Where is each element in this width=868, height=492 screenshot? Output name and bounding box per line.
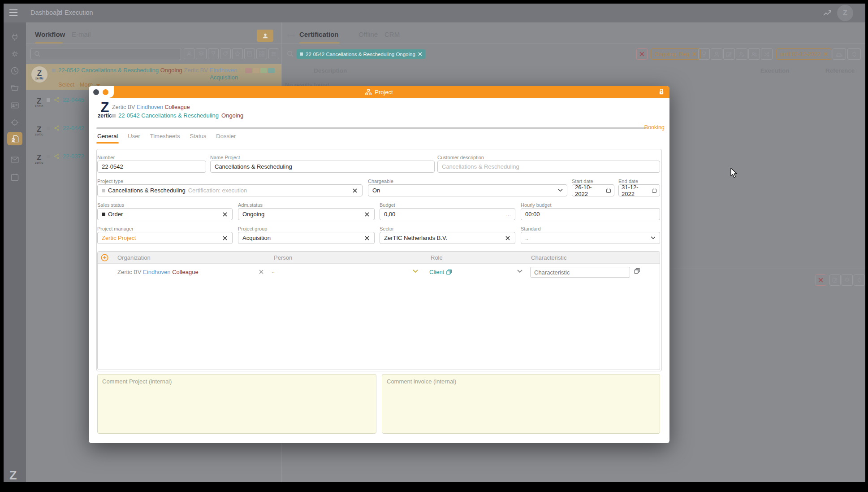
filter-star-button[interactable] <box>232 48 243 59</box>
customer-description-field[interactable] <box>437 161 660 173</box>
adm-status-field[interactable]: Ongoing <box>238 208 375 220</box>
chip-close-icon[interactable] <box>824 52 828 56</box>
people-filter-button[interactable] <box>748 48 760 60</box>
sort-filter-button[interactable] <box>847 48 861 60</box>
calendar-icon[interactable] <box>606 188 611 193</box>
tab-dossier[interactable]: Dossier <box>216 133 236 144</box>
sector-field[interactable]: ZerTIC Netherlands B.V. <box>380 232 515 244</box>
project-group-field[interactable]: Acquisition <box>238 232 375 244</box>
clear-icon[interactable] <box>222 211 228 218</box>
shuffle-filter-button[interactable] <box>761 48 773 60</box>
column-description[interactable]: Description <box>314 67 347 74</box>
characteristic-copies-icon[interactable] <box>634 268 640 274</box>
row-clear-icon[interactable] <box>259 270 263 274</box>
item-code[interactable]: 22-0442 <box>63 125 84 131</box>
name-project-field[interactable] <box>210 161 435 173</box>
status-filter-chip[interactable]: Ongoing, Reg <box>651 48 700 60</box>
filter-sliders-button[interactable] <box>268 48 279 59</box>
row-organization-cell[interactable]: Zertic BV Eindhoven Colleague <box>117 269 199 275</box>
person-chevron-down-icon[interactable] <box>413 270 418 273</box>
project-manager-value[interactable]: Zertic Project <box>102 235 219 241</box>
role-chevron-down-icon[interactable] <box>517 270 523 273</box>
tab-general[interactable]: General <box>97 133 118 144</box>
item-code[interactable]: 22-0445 <box>63 96 84 103</box>
trophy-filter-button[interactable] <box>698 48 710 60</box>
header-city[interactable]: Eindhoven <box>137 104 163 110</box>
gear-icon[interactable] <box>10 49 19 58</box>
modal-title-bar[interactable]: Project <box>89 86 669 98</box>
sidebar-active-item[interactable] <box>7 132 22 145</box>
chip-close-icon[interactable] <box>692 52 696 56</box>
project-type-field[interactable]: Cancellations & Rescheduling Certificati… <box>97 184 363 196</box>
comment-invoice-textarea[interactable] <box>382 374 660 434</box>
edit-filter-button[interactable] <box>723 48 735 60</box>
clear-filters-button[interactable] <box>636 48 648 60</box>
user-avatar[interactable]: Z <box>837 5 853 21</box>
tab-email[interactable]: E-mail <box>72 30 91 38</box>
sort-button[interactable] <box>854 274 865 286</box>
clear-icon[interactable] <box>364 211 370 218</box>
chargeable-select[interactable]: On <box>368 184 567 196</box>
active-filter-chip[interactable]: 22-0542 Cancellations & Rescheduling Ong… <box>297 49 425 59</box>
standard-select[interactable]: .. <box>521 232 660 244</box>
number-input[interactable] <box>102 163 202 170</box>
folder-icon[interactable] <box>10 84 19 93</box>
characteristic-input[interactable] <box>530 267 630 278</box>
header-contact[interactable]: Colleague <box>164 104 190 110</box>
budget-more-button[interactable]: ... <box>506 211 511 218</box>
clear-filters-button[interactable] <box>815 274 826 286</box>
calendar-icon[interactable] <box>10 173 19 182</box>
end-date-field[interactable]: 31-12-2022 <box>618 184 660 196</box>
filter-form-button[interactable] <box>244 48 255 59</box>
workflow-search[interactable] <box>30 48 181 60</box>
project-manager-field[interactable]: Zertic Project <box>97 232 233 244</box>
lock-icon[interactable] <box>659 88 664 95</box>
person-edit-filter-button[interactable] <box>736 48 747 60</box>
tab-status[interactable]: Status <box>190 133 206 144</box>
assign-user-button[interactable] <box>257 30 273 42</box>
budget-field[interactable]: 0,00 ... <box>380 208 515 220</box>
filter-trophy-button[interactable] <box>208 48 219 59</box>
filter-tag-button[interactable] <box>220 48 231 59</box>
column-reference[interactable]: Reference <box>825 67 855 74</box>
date-filter-chip[interactable]: until 02-12-2022 <box>776 48 832 60</box>
clear-icon[interactable] <box>505 235 511 241</box>
filter-grid-button[interactable] <box>256 48 267 59</box>
expand-horizontal-icon[interactable] <box>287 32 295 39</box>
filter-person-button[interactable] <box>184 48 194 59</box>
tab-timesheets[interactable]: Timesheets <box>150 133 180 144</box>
hourly-budget-field[interactable]: 00:00 <box>521 208 660 220</box>
add-row-button[interactable] <box>101 254 108 261</box>
tab-certification[interactable]: Certification <box>299 30 339 38</box>
number-field[interactable] <box>97 161 206 173</box>
clear-icon[interactable] <box>352 187 358 194</box>
clock-icon[interactable] <box>10 66 19 75</box>
chart-icon[interactable] <box>823 9 833 17</box>
filter-layers-button[interactable] <box>196 48 207 59</box>
name-project-input[interactable] <box>215 163 430 170</box>
target-icon[interactable] <box>10 118 19 127</box>
tab-offline[interactable]: Offline <box>358 30 378 38</box>
comment-project-textarea[interactable] <box>97 374 376 434</box>
row-role-cell[interactable]: Client <box>429 269 452 275</box>
layers-button[interactable] <box>842 274 853 286</box>
item-city[interactable]: Eindhoven <box>210 67 237 74</box>
row-person-value[interactable]: .. <box>272 267 275 274</box>
envelope-icon[interactable] <box>10 155 19 164</box>
breadcrumb-execution[interactable]: Execution <box>65 9 93 16</box>
clear-icon[interactable] <box>222 235 228 241</box>
person-filter-button[interactable] <box>711 48 722 60</box>
calendar-icon[interactable] <box>652 188 657 193</box>
item-code[interactable]: 22-0372 <box>63 153 84 160</box>
edit-button[interactable] <box>829 274 841 286</box>
tab-workflow[interactable]: Workflow <box>35 30 65 38</box>
tab-user[interactable]: User <box>128 133 140 144</box>
vehicle-filter-button[interactable] <box>833 48 846 60</box>
sales-status-field[interactable]: Order <box>97 208 233 220</box>
chip-close-icon[interactable] <box>418 52 422 56</box>
clear-icon[interactable] <box>364 235 370 241</box>
header-project-code[interactable]: 22-0542 Cancellations & Rescheduling <box>118 112 219 119</box>
id-card-icon[interactable] <box>10 101 19 110</box>
hamburger-menu-icon[interactable] <box>9 9 18 16</box>
tab-crm[interactable]: CRM <box>384 30 400 38</box>
